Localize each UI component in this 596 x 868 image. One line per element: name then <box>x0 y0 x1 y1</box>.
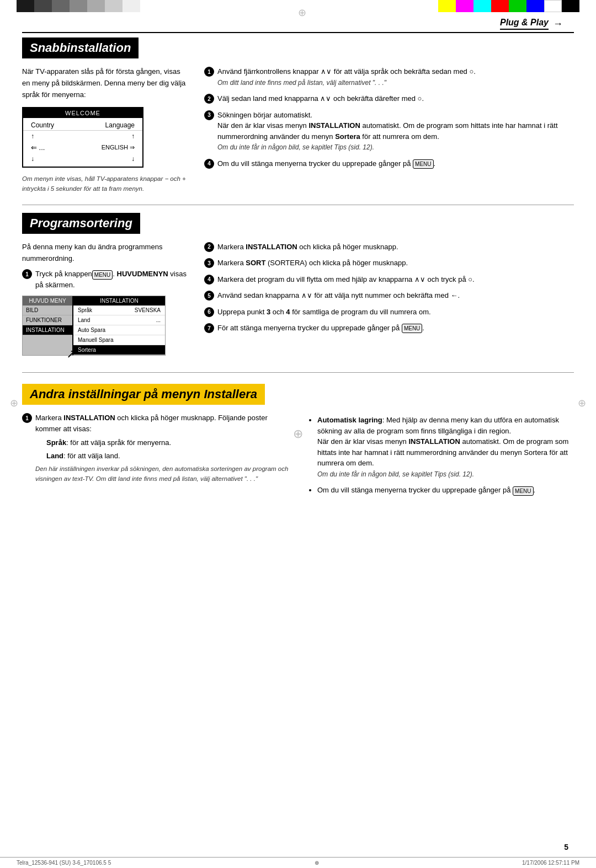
section3-steps: 1 Markera INSTALLATION och klicka på hög… <box>22 412 290 484</box>
step2-text: Välj sedan land med knapparna ∧∨ och bek… <box>217 94 424 103</box>
s2-step3: 3 Markera SORT (SORTERA) och klicka på h… <box>204 258 574 269</box>
color-block-black <box>562 0 579 12</box>
section2-intro: På denna meny kan du ändra programmens n… <box>22 242 188 265</box>
menu-right-sortera: Sortera <box>73 345 165 355</box>
s2-step5: 5 Använd sedan knapparna ∧∨ för att välj… <box>204 290 574 301</box>
s3-step1: 1 Markera INSTALLATION och klicka på hög… <box>22 412 290 484</box>
section1-caption: Om menyn inte visas, håll TV-apparatens … <box>22 174 188 194</box>
section2-step1: 1 Tryck på knappenMENU. HUVUDMENYN visas… <box>22 269 188 290</box>
s2-step3-num: 3 <box>204 258 214 268</box>
color-block-cyan <box>473 0 491 12</box>
s2-step6: 6 Upprepa punkt 3 och 4 för samtliga de … <box>204 307 574 318</box>
s2-step1-text: Tryck på knappenMENU. HUVUDMENYN visas p… <box>35 270 187 289</box>
screen-header: WELCOME <box>23 108 142 118</box>
color-block-6 <box>105 0 123 12</box>
s2-step5-content: Använd sedan knapparna ∧∨ för att välja … <box>217 290 574 301</box>
step4-text: Om du vill stänga menyerna trycker du up… <box>217 159 435 168</box>
step3-num: 3 <box>204 110 214 120</box>
step1-1: 1 Använd fjärrkontrollens knappar ∧∨ för… <box>204 66 574 88</box>
s2-step6-content: Upprepa punkt 3 och 4 för samtliga de pr… <box>217 307 574 318</box>
manuell-label: Manuell Spara <box>78 337 113 343</box>
main-content: Plug & Play → Snabbinstallation När TV-a… <box>0 12 596 531</box>
color-block-1 <box>17 0 34 12</box>
footer-center: ⊕ <box>315 860 319 866</box>
step3-text: Sökningen börjar automatiskt. <box>217 111 312 119</box>
color-block-magenta <box>456 0 473 12</box>
s2-step6-num: 6 <box>204 307 214 317</box>
auto-label: Auto Spara <box>78 327 105 333</box>
s2-step3-text: Markera SORT (SORTERA) och klicka på hög… <box>217 259 408 267</box>
nav-down2: ↓ <box>131 155 135 163</box>
screen-body: Country Language ↑ ↑ ⇐ ... ENGLISH ⇒ <box>23 118 142 167</box>
menu-right-header: INSTALLATION <box>73 296 165 306</box>
color-block-2 <box>34 0 52 12</box>
step3-sub: Om du inte får in någon bild, se kapitle… <box>217 143 374 151</box>
s2-step7-text: För att stänga menyerna trycker du uppre… <box>217 324 424 332</box>
step3-content: Sökningen börjar automatiskt. När den är… <box>217 110 574 153</box>
s2-step6-text: Upprepa punkt 3 och 4 för samtliga de pr… <box>217 308 431 316</box>
s3-auto-extra: När den är klar visas menyn INSTALLATION… <box>317 437 568 467</box>
section-snabbinstallation: Snabbinstallation När TV-apparaten slås … <box>22 37 574 194</box>
step1-4: 4 Om du vill stänga menyerna trycker du … <box>204 158 574 169</box>
s2-step7-num: 7 <box>204 323 214 333</box>
top-crosshair: ⊕ <box>298 7 306 19</box>
screen-row-labels: Country Language <box>23 120 142 131</box>
menu-item-bild: BILD <box>23 306 72 315</box>
section3-two-col: 1 Markera INSTALLATION och klicka på hög… <box>22 412 574 498</box>
s3-caption: Den här inställningen inverkar på söknin… <box>35 464 290 484</box>
plug-play-label: Plug & Play <box>500 18 549 30</box>
section3-col-left: 1 Markera INSTALLATION och klicka på hög… <box>22 412 290 498</box>
s3-step1-content: Markera INSTALLATION och klicka på höger… <box>35 412 290 484</box>
s2-step4-text: Markera det program du vill flytta om me… <box>217 275 475 283</box>
land-value: ... <box>156 317 161 323</box>
nav-down1: ↓ <box>31 155 34 163</box>
s3-auto-sub: Om du inte får in någon bild, se kapitle… <box>317 470 474 478</box>
divider-1 <box>22 205 574 205</box>
s2-step2-content: Markera INSTALLATION och klicka på höger… <box>217 242 574 253</box>
section1-steps: 1 Använd fjärrkontrollens knappar ∧∨ för… <box>204 66 574 169</box>
color-block-green <box>509 0 526 12</box>
screen-country-label: Country <box>31 121 54 129</box>
plug-play-line <box>22 32 574 33</box>
nav-english: ENGLISH ⇒ <box>102 144 135 151</box>
menu-right-land: Land ... <box>73 315 165 325</box>
s2-step1-num: 1 <box>22 269 32 279</box>
step4-content: Om du vill stänga menyerna trycker du up… <box>217 158 574 169</box>
s2-step2: 2 Markera INSTALLATION och klicka på hög… <box>204 242 574 253</box>
s3-step1-text: Markera INSTALLATION och klicka på höger… <box>35 414 268 433</box>
section2-title: Programsortering <box>22 213 140 234</box>
menu-arrow-pointer: ↗ <box>66 347 76 361</box>
s2-step7-content: För att stänga menyerna trycker du uppre… <box>217 323 574 334</box>
s2-step2-text: Markera INSTALLATION och klicka på höger… <box>217 243 398 251</box>
section1-intro: När TV-apparaten slås på för första gång… <box>22 66 188 100</box>
color-block-white <box>544 0 562 12</box>
s3-auto-lagring: Automatisk lagring: Med hjälp av denna m… <box>317 415 574 479</box>
menu-mockup: HUVUD MENY BILD FUNKTIONER INSTALLATION … <box>22 296 166 356</box>
sortera-label: Sortera <box>78 347 96 353</box>
section1-col-left: När TV-apparaten slås på för första gång… <box>22 66 188 194</box>
plug-play-header: Plug & Play → <box>22 18 574 30</box>
menu-mockup-wrapper: HUVUD MENY BILD FUNKTIONER INSTALLATION … <box>22 296 188 356</box>
menu-right-manuell: Manuell Spara <box>73 335 165 345</box>
section-andra: Andra inställningar på menyn Installera … <box>22 384 574 498</box>
screen-nav-middle: ⇐ ... ENGLISH ⇒ <box>23 142 142 153</box>
s2-step4-content: Markera det program du vill flytta om me… <box>217 274 574 285</box>
step1-content: Använd fjärrkontrollens knappar ∧∨ för a… <box>217 66 574 88</box>
nav-up2: ↑ <box>131 132 135 140</box>
step2-num: 2 <box>204 94 214 104</box>
menu-right-col: INSTALLATION Språk SVENSKA Land ... Auto… <box>72 296 165 355</box>
color-block-yellow <box>438 0 456 12</box>
color-block-4 <box>70 0 87 12</box>
s2-step4: 4 Markera det program du vill flytta om … <box>204 274 574 285</box>
screen-nav-down: ↓ ↓ <box>23 153 142 164</box>
nav-left: ⇐ ... <box>31 143 45 152</box>
section2-col-right: 2 Markera INSTALLATION och klicka på hög… <box>204 242 574 362</box>
menu-item-funktioner: FUNKTIONER <box>23 315 72 325</box>
plug-play-arrow: → <box>553 18 563 30</box>
step1-3: 3 Sökningen börjar automatiskt. När den … <box>204 110 574 153</box>
section3-col-right: Automatisk lagring: Med hjälp av denna m… <box>306 412 574 498</box>
left-crosshair: ⊕ <box>10 397 18 409</box>
s3-bullet-list: Språk: för att välja språk för menyerna.… <box>35 437 290 461</box>
sprak-value: SVENSKA <box>135 307 161 313</box>
s2-step2-num: 2 <box>204 242 214 252</box>
